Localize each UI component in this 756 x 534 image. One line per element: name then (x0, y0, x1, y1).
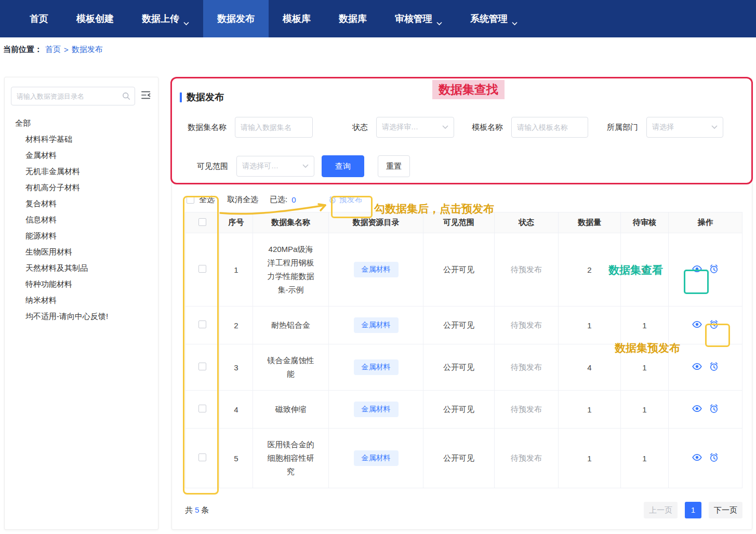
sidebar-item[interactable]: 特种功能材料 (5, 276, 158, 292)
prepublish-icon[interactable] (707, 452, 721, 464)
collapse-tree-icon[interactable] (140, 90, 152, 102)
dataset-name: 医用镁合金的细胞相容性研究 (253, 429, 329, 488)
pending-value: 1 (621, 306, 669, 344)
chevron-down-icon (711, 125, 718, 129)
main-card: 数据发布 数据集名称 状态 请选择审… 模板名称 所属部门 请选择 可见范围 请… (171, 78, 752, 530)
nav-item-template-create[interactable]: 模板创建 (62, 0, 128, 37)
status-value: 待预发布 (495, 344, 559, 391)
filter-form: 数据集名称 状态 请选择审… 模板名称 所属部门 请选择 可见范围 请选择可… … (172, 103, 752, 177)
col-header-name: 数据集名称 (253, 212, 329, 233)
search-button[interactable]: 查询 (322, 155, 364, 177)
sidebar-item-all[interactable]: 全部 (5, 115, 158, 131)
sidebar-item[interactable]: 金属材料 (5, 147, 158, 163)
col-header-catalog: 数据资源目录 (329, 212, 423, 233)
dataset-name-label: 数据集名称 (188, 123, 227, 132)
sidebar-item[interactable]: 信息材料 (5, 211, 158, 228)
prepublish-button[interactable]: 预发布 (328, 195, 363, 205)
sidebar-item[interactable]: 天然材料及其制品 (5, 260, 158, 276)
table-row: 1 420MPa级海洋工程用钢板力学性能数据集-示例 金属材料 公开可见 待预发… (185, 233, 742, 306)
clock-icon (328, 196, 337, 204)
row-checkbox[interactable] (198, 405, 206, 412)
selected-count: 0 (291, 195, 296, 204)
status-select[interactable]: 请选择审… (376, 117, 454, 138)
page-number-1[interactable]: 1 (685, 502, 701, 518)
prepublish-icon[interactable] (707, 264, 721, 276)
breadcrumb-home-link[interactable]: 首页 (45, 45, 61, 55)
dataset-name: 镁合金腐蚀性能 (253, 344, 329, 391)
template-name-input[interactable] (511, 117, 588, 138)
chevron-down-icon (436, 17, 442, 21)
table-toolbar: 全选 取消全选 已选: 0 预发布 (187, 195, 752, 205)
row-checkbox[interactable] (198, 453, 206, 461)
deselect-all-button[interactable]: 取消全选 (227, 195, 258, 205)
col-header-pending: 待审核 (621, 212, 669, 233)
prepublish-icon[interactable] (707, 319, 721, 331)
view-icon[interactable] (689, 403, 704, 416)
row-index: 5 (220, 429, 253, 488)
catalog-tree: 全部 材料科学基础 金属材料 无机非金属材料 有机高分子材料 复合材料 信息材料… (5, 111, 158, 324)
col-header-visibility: 可见范围 (423, 212, 495, 233)
row-checkbox[interactable] (198, 265, 206, 273)
prev-page-button[interactable]: 上一页 (644, 502, 678, 518)
status-label: 状态 (352, 123, 368, 132)
row-index: 4 (220, 391, 253, 429)
row-index: 2 (220, 306, 253, 344)
department-select[interactable]: 请选择 (646, 117, 723, 138)
status-value: 待预发布 (495, 429, 559, 488)
catalog-tag: 金属材料 (354, 359, 399, 375)
amount-value: 1 (559, 429, 621, 488)
amount-value: 1 (559, 391, 621, 429)
department-label: 所属部门 (607, 123, 638, 132)
sidebar-item[interactable]: 有机高分子材料 (5, 179, 158, 195)
view-icon[interactable] (689, 263, 704, 276)
catalog-tag: 金属材料 (354, 402, 399, 417)
pending-value: 1 (621, 391, 669, 429)
sidebar-item[interactable]: 均不适用-请向中心反馈! (5, 308, 158, 324)
nav-item-home[interactable]: 首页 (16, 0, 62, 37)
table-footer: 共5条 上一页 1 下一页 (185, 502, 742, 518)
visibility-select[interactable]: 请选择可… (236, 156, 314, 177)
sidebar-item[interactable]: 复合材料 (5, 195, 158, 211)
table-row: 2 耐热铝合金 金属材料 公开可见 待预发布 1 1 (185, 306, 742, 344)
view-icon[interactable] (689, 452, 704, 464)
reset-button[interactable]: 重置 (378, 155, 410, 177)
dataset-name-input[interactable] (235, 117, 313, 138)
sidebar-item[interactable]: 材料科学基础 (5, 131, 158, 147)
table-header-row: 序号 数据集名称 数据资源目录 可见范围 状态 数据量 待审核 操作 (185, 212, 742, 233)
sidebar-item[interactable]: 生物医用材料 (5, 244, 158, 260)
col-header-amount: 数据量 (559, 212, 621, 233)
visibility-value: 公开可见 (423, 233, 495, 306)
prepublish-icon[interactable] (707, 404, 721, 416)
chevron-down-icon (512, 17, 518, 21)
pending-value: 1 (621, 429, 669, 488)
visibility-value: 公开可见 (423, 344, 495, 391)
nav-item-system-management[interactable]: 系统管理 (456, 0, 532, 37)
sidebar-item[interactable]: 纳米材料 (5, 292, 158, 308)
view-icon[interactable] (689, 361, 704, 373)
dataset-name: 耐热铝合金 (253, 306, 329, 344)
select-all-checkbox[interactable] (187, 196, 194, 204)
row-checkbox[interactable] (198, 363, 206, 370)
next-page-button[interactable]: 下一页 (709, 502, 742, 518)
nav-item-database[interactable]: 数据库 (325, 0, 381, 37)
sidebar-item[interactable]: 能源材料 (5, 228, 158, 244)
nav-item-data-publish[interactable]: 数据发布 (203, 0, 269, 37)
nav-item-data-upload[interactable]: 数据上传 (128, 0, 203, 37)
sidebar-item[interactable]: 无机非金属材料 (5, 163, 158, 179)
status-value: 待预发布 (495, 306, 559, 344)
title-accent-bar (180, 92, 182, 102)
prepublish-icon[interactable] (707, 362, 721, 373)
nav-item-template-library[interactable]: 模板库 (269, 0, 325, 37)
chevron-down-icon (183, 17, 189, 21)
chevron-down-icon (302, 164, 309, 168)
select-all-label: 全选 (199, 195, 215, 205)
row-checkbox[interactable] (198, 321, 206, 328)
catalog-tag: 金属材料 (354, 317, 399, 333)
top-nav: 首页 模板创建 数据上传 数据发布 模板库 数据库 审核管理 系统管理 (0, 0, 756, 37)
col-header-status: 状态 (495, 212, 559, 233)
nav-item-audit-management[interactable]: 审核管理 (381, 0, 456, 37)
col-header-actions: 操作 (669, 212, 742, 233)
header-select-all-checkbox[interactable] (198, 218, 206, 226)
catalog-search-input[interactable] (11, 87, 135, 105)
view-icon[interactable] (689, 319, 704, 331)
